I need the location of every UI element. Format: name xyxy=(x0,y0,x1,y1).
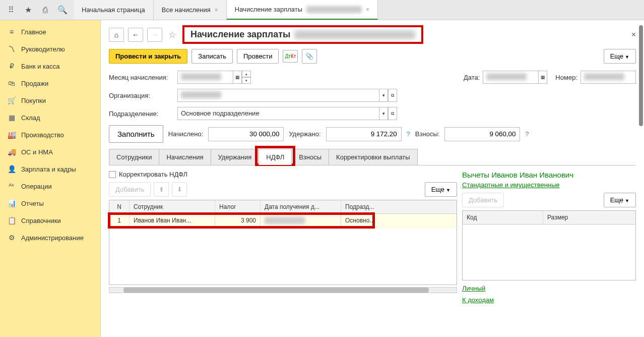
tab-all-accruals[interactable]: Все начисления× xyxy=(154,0,227,20)
fill-button[interactable]: Заполнить xyxy=(109,125,163,143)
sidebar-item-warehouse[interactable]: ▦Склад xyxy=(0,109,100,126)
spin-down[interactable]: ▾ xyxy=(242,77,251,84)
forward-button[interactable]: → xyxy=(147,28,162,42)
tab-employees[interactable]: Сотрудники xyxy=(109,149,159,165)
tab-corrections[interactable]: Корректировки выплаты xyxy=(329,149,418,165)
apps-icon[interactable]: ⠿ xyxy=(4,3,18,17)
factory-icon: 🏭 xyxy=(7,130,16,139)
post-and-close-button[interactable]: Провести и закрыть xyxy=(109,49,187,64)
scrollbar[interactable] xyxy=(639,25,643,126)
report-icon: 📊 xyxy=(7,199,16,208)
sidebar-item-purchases[interactable]: 🛒Покупки xyxy=(0,92,100,109)
ruble-icon: ₽ xyxy=(7,62,16,71)
h-scrollbar[interactable] xyxy=(109,287,457,293)
sidebar-item-reports[interactable]: 📊Отчеты xyxy=(0,195,100,212)
sidebar-item-production[interactable]: 🏭Производство xyxy=(0,126,100,143)
cell-date xyxy=(261,214,341,229)
favorite-icon[interactable]: ☆ xyxy=(166,29,178,40)
withheld-value[interactable] xyxy=(326,127,402,141)
tab-accruals[interactable]: Начисления xyxy=(159,149,211,165)
number-input[interactable] xyxy=(581,71,636,84)
col-tax[interactable]: Налог xyxy=(215,200,261,213)
close-icon[interactable]: × xyxy=(215,7,218,14)
date-input[interactable] xyxy=(483,71,538,84)
org-input[interactable] xyxy=(177,89,379,102)
sidebar-item-refs[interactable]: 📋Справочники xyxy=(0,212,100,229)
sidebar-item-admin[interactable]: ⚙Администрирование xyxy=(0,229,100,246)
open-icon[interactable]: ⧉ xyxy=(388,107,397,120)
contrib-label: Взносы: xyxy=(415,130,440,138)
sidebar: ≡Главное 〽Руководителю ₽Банк и касса 🛍Пр… xyxy=(0,20,101,337)
home-button[interactable]: ⌂ xyxy=(109,28,124,42)
grid-icon: ▦ xyxy=(7,113,16,122)
bag-icon: 🛍 xyxy=(7,79,16,88)
move-up-button[interactable]: ⬆ xyxy=(154,182,169,197)
move-down-button[interactable]: ⬇ xyxy=(172,182,187,197)
chart-icon: 〽 xyxy=(7,44,16,53)
help-icon[interactable]: ? xyxy=(525,130,529,138)
col-n[interactable]: N xyxy=(109,200,130,213)
sidebar-item-bank[interactable]: ₽Банк и касса xyxy=(0,58,100,75)
col-date[interactable]: Дата получения д... xyxy=(261,200,341,213)
calendar-icon[interactable]: ▦ xyxy=(538,71,547,84)
tab-contrib[interactable]: Взносы xyxy=(291,149,329,165)
accrued-value[interactable] xyxy=(208,127,284,141)
sidebar-item-label: Операции xyxy=(21,183,52,190)
truck-icon: 🚚 xyxy=(7,147,16,156)
sidebar-item-assets[interactable]: 🚚ОС и НМА xyxy=(0,143,100,160)
tab-subtitle-blur xyxy=(306,6,362,13)
month-input[interactable] xyxy=(177,71,233,84)
sidebar-item-manager[interactable]: 〽Руководителю xyxy=(0,40,100,58)
date-label: Дата: xyxy=(464,74,480,81)
help-icon[interactable]: ? xyxy=(407,130,410,138)
ndfl-table: N Сотрудник Налог Дата получения д... По… xyxy=(109,200,457,285)
sidebar-item-label: Продажи xyxy=(21,80,48,87)
star-icon[interactable]: ★ xyxy=(21,3,35,17)
sidebar-item-payroll[interactable]: 👤Зарплата и кадры xyxy=(0,160,100,178)
correct-ndfl-label: Корректировать НДФЛ xyxy=(119,171,187,178)
attach-button[interactable]: 📎 xyxy=(302,49,317,64)
close-icon[interactable]: × xyxy=(366,6,369,13)
personal-link[interactable]: Личный xyxy=(462,285,485,292)
sidebar-item-sales[interactable]: 🛍Продажи xyxy=(0,75,100,92)
close-button[interactable]: × xyxy=(631,30,636,39)
org-label: Организация: xyxy=(109,92,174,99)
accrued-label: Начислено: xyxy=(168,130,204,138)
spin-up[interactable]: ▴ xyxy=(242,71,251,77)
dropdown-icon[interactable]: ▾ xyxy=(379,89,388,102)
add-deduction-button[interactable]: Добавить xyxy=(462,193,504,207)
open-icon[interactable]: ⧉ xyxy=(388,89,397,102)
std-deductions-link[interactable]: Стандартные и имущественные xyxy=(462,181,560,189)
contrib-value[interactable] xyxy=(444,127,520,141)
tab-label: Начальная страница xyxy=(82,6,145,14)
dept-input[interactable]: Основное подразделение xyxy=(177,107,379,120)
col-code[interactable]: Код xyxy=(463,211,543,224)
dt-kt-button[interactable]: ДтКт xyxy=(283,50,298,63)
more-button[interactable]: Еще▼ xyxy=(604,49,636,64)
back-button[interactable]: ← xyxy=(128,28,143,42)
calendar-icon[interactable]: ▦ xyxy=(233,71,242,84)
cell-employee: Иванов Иван Иван... xyxy=(130,214,215,229)
table-row[interactable]: 1 Иванов Иван Иван... 3 900 Основно... xyxy=(109,214,457,229)
tab-payroll[interactable]: Начисление зарплаты × xyxy=(227,0,378,20)
add-button[interactable]: Добавить xyxy=(109,182,151,197)
col-employee[interactable]: Сотрудник xyxy=(130,200,215,213)
income-link[interactable]: К доходам xyxy=(462,296,494,304)
tab-ndfl[interactable]: НДФЛ xyxy=(259,149,292,165)
tab-withholdings[interactable]: Удержания xyxy=(211,149,260,165)
dropdown-icon[interactable]: ▾ xyxy=(379,107,388,120)
correct-ndfl-checkbox[interactable] xyxy=(109,171,116,178)
more-button[interactable]: Еще▼ xyxy=(604,193,636,207)
more-button[interactable]: Еще▼ xyxy=(425,182,457,197)
page-title-highlight: Начисление зарплаты xyxy=(182,25,423,44)
col-dept[interactable]: Подразд... xyxy=(341,200,457,213)
tab-home[interactable]: Начальная страница xyxy=(74,0,154,20)
history-icon[interactable]: ⎙ xyxy=(38,3,52,17)
col-size[interactable]: Размер xyxy=(543,211,635,224)
search-icon[interactable]: 🔍 xyxy=(55,3,70,17)
sidebar-item-main[interactable]: ≡Главное xyxy=(0,23,100,40)
save-button[interactable]: Записать xyxy=(191,49,233,64)
withheld-label: Удержано: xyxy=(289,130,320,138)
sidebar-item-operations[interactable]: ᴬᵏОперации xyxy=(0,178,100,195)
post-button[interactable]: Провести xyxy=(237,49,279,64)
